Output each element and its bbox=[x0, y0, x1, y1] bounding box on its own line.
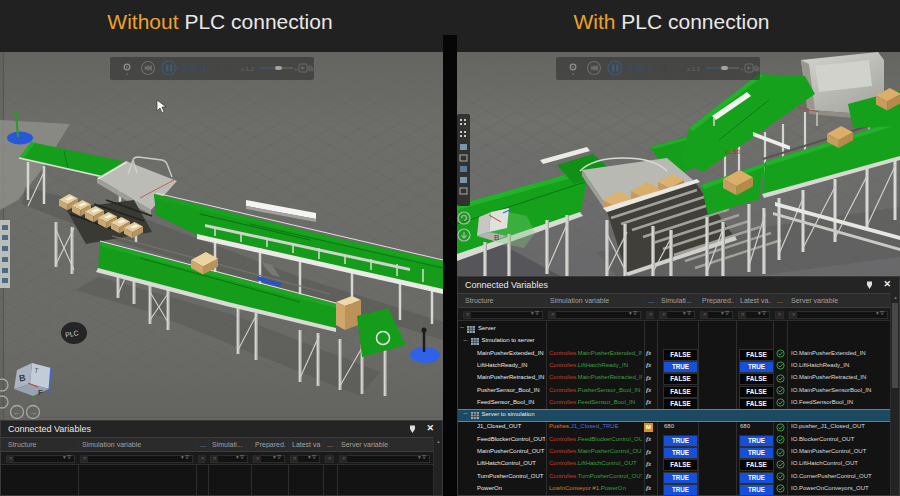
svg-text:→: → bbox=[29, 408, 37, 417]
svg-text:2: 2 bbox=[661, 65, 665, 74]
svg-text:F: F bbox=[38, 388, 43, 397]
svg-text:+: + bbox=[294, 66, 298, 72]
svg-text:2: 2 bbox=[215, 65, 219, 74]
svg-text:≥1.50: ≥1.50 bbox=[725, 149, 741, 155]
svg-text:+: + bbox=[740, 66, 744, 72]
svg-text:x 1.2: x 1.2 bbox=[241, 66, 255, 72]
svg-text:B: B bbox=[494, 233, 499, 242]
svg-text:0:00:1: 0:00:1 bbox=[628, 64, 653, 74]
svg-text:0:00:1: 0:00:1 bbox=[182, 64, 207, 74]
svg-text:x 1.2: x 1.2 bbox=[687, 66, 701, 72]
svg-text:←: ← bbox=[13, 408, 21, 417]
